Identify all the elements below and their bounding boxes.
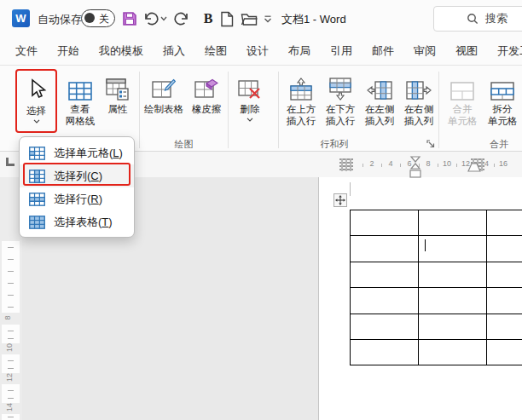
table-cell[interactable] — [487, 288, 522, 314]
insert-rows-below-button[interactable]: 在下方 插入行 — [321, 72, 360, 147]
table-cell[interactable] — [419, 314, 487, 340]
select-row-icon — [29, 193, 45, 206]
split-cells-label-2: 单元格 — [488, 115, 518, 127]
table-cell[interactable] — [487, 340, 522, 365]
insert-left-label-1: 在左侧 — [365, 103, 395, 115]
table-cell[interactable] — [487, 262, 522, 288]
select-table-icon — [29, 216, 45, 229]
table-cell[interactable] — [351, 288, 419, 314]
tab-design[interactable]: 设计 — [246, 43, 269, 59]
group-separator — [438, 72, 439, 148]
ruler-segment — [2, 325, 20, 343]
new-document-icon[interactable] — [217, 9, 237, 29]
menu-item-select-row[interactable]: 选择行(R) — [20, 187, 134, 210]
ruler-number: 8 — [426, 159, 430, 168]
delete-table-icon — [238, 72, 262, 101]
table-cell[interactable] — [487, 210, 522, 236]
qat-overflow-icon[interactable] — [261, 9, 275, 29]
menu-item-select-table[interactable]: 选择表格(T) — [20, 210, 134, 233]
group-label-rowcol: 行和列 — [268, 138, 401, 151]
draw-table-button[interactable]: 绘制表格 — [142, 72, 186, 147]
search-icon — [467, 13, 478, 25]
split-cells-button[interactable]: 拆分 单元格 — [483, 72, 522, 147]
open-folder-icon[interactable] — [239, 9, 259, 29]
table-cell[interactable] — [351, 210, 419, 236]
select-button[interactable]: 选择 — [15, 69, 57, 133]
insert-rows-above-button[interactable]: 在上方 插入行 — [281, 72, 321, 147]
menu-item-select-cell[interactable]: 选择单元格(L) — [20, 141, 134, 164]
tab-layout[interactable]: 布局 — [288, 43, 310, 59]
insert-above-label-2: 插入行 — [287, 115, 316, 127]
tab-draw[interactable]: 绘图 — [205, 43, 227, 59]
table-cell[interactable] — [419, 236, 487, 262]
tab-my-templates[interactable]: 我的模板 — [99, 43, 143, 59]
tab-insert[interactable]: 插入 — [163, 43, 185, 59]
tab-view[interactable]: 视图 — [455, 43, 478, 59]
insert-left-label-2: 插入列 — [365, 115, 395, 127]
document-page[interactable] — [318, 177, 522, 420]
tab-file[interactable]: 文件 — [15, 43, 38, 59]
menu-item-label: 选择单元格(L) — [54, 146, 123, 161]
eraser-button[interactable]: 橡皮擦 — [187, 72, 226, 147]
menu-item-label: 选择行(R) — [54, 192, 102, 207]
table-cell[interactable] — [487, 236, 522, 262]
view-gridlines-button[interactable]: 查看 网格线 — [61, 72, 100, 147]
ruler-tick — [438, 164, 438, 167]
title-bar: W 自动保存 关 B — [0, 0, 522, 37]
word-logo-icon: W — [12, 9, 30, 27]
menu-item-select-column[interactable]: 选择列(C) — [20, 164, 134, 187]
paragraph-cursor-mark — [350, 182, 351, 196]
gridlines-table-icon — [68, 72, 92, 101]
tab-developer[interactable]: 开发工具 — [497, 43, 522, 59]
word-window: W 自动保存 关 B — [0, 0, 522, 420]
insert-right-icon — [406, 72, 432, 101]
table-cell[interactable] — [419, 210, 487, 236]
tab-home[interactable]: 开始 — [57, 43, 79, 59]
insert-columns-left-button[interactable]: 在左侧 插入列 — [360, 72, 399, 147]
table-cell[interactable] — [419, 340, 487, 365]
table-cell[interactable] — [351, 314, 419, 340]
select-cell-icon — [29, 147, 45, 160]
table-cell[interactable] — [351, 262, 419, 288]
table-cell[interactable] — [419, 288, 487, 314]
search-input[interactable]: 搜索 — [433, 6, 522, 32]
insert-columns-right-button[interactable]: 在右侧 插入列 — [399, 72, 438, 147]
table-cell[interactable] — [487, 314, 522, 340]
properties-button[interactable]: 属性 — [99, 72, 136, 147]
save-icon[interactable] — [119, 9, 140, 29]
table-cell[interactable] — [351, 236, 419, 262]
insert-left-icon — [367, 72, 392, 101]
undo-dropdown-icon[interactable] — [159, 9, 169, 29]
insert-below-label-1: 在下方 — [326, 103, 356, 115]
menu-item-label: 选择表格(T) — [54, 215, 113, 230]
ruler-tick — [400, 164, 401, 167]
draw-table-icon — [152, 72, 176, 101]
split-cells-label-1: 拆分 — [493, 103, 513, 115]
table-cell[interactable] — [419, 262, 487, 288]
autosave-label: 自动保存 — [38, 12, 82, 27]
indent-marker-icon[interactable] — [408, 156, 423, 181]
ruler-table-marker-icon[interactable] — [339, 158, 353, 171]
view-gridlines-label-1: 查看 — [71, 103, 90, 115]
tab-selector-icon[interactable] — [6, 158, 14, 166]
dialog-launcher-icon[interactable] — [426, 140, 436, 149]
insert-below-icon — [328, 72, 352, 101]
ruler-number: 16 — [499, 159, 508, 168]
redo-icon[interactable] — [171, 9, 191, 29]
document-table[interactable] — [350, 210, 522, 365]
table-cell[interactable] — [351, 340, 419, 365]
autosave-toggle[interactable]: 关 — [81, 9, 115, 27]
delete-button[interactable]: 删除 — [231, 72, 269, 147]
tab-references[interactable]: 引用 — [330, 43, 352, 59]
ruler-number: 14 — [5, 403, 14, 411]
merge-cells-button: 合并 单元格 — [443, 72, 482, 147]
bold-button[interactable]: B — [198, 9, 218, 29]
tab-review[interactable]: 审阅 — [414, 43, 436, 59]
select-dropdown-menu: 选择单元格(L) 选择列(C) — [19, 136, 135, 238]
right-indent-marker-icon[interactable] — [467, 162, 481, 172]
table-move-handle[interactable] — [334, 193, 347, 207]
properties-label: 属性 — [108, 103, 128, 115]
ruler-number: 8 — [3, 315, 12, 319]
ruler-tick — [494, 164, 495, 167]
tab-mailings[interactable]: 邮件 — [372, 43, 394, 59]
